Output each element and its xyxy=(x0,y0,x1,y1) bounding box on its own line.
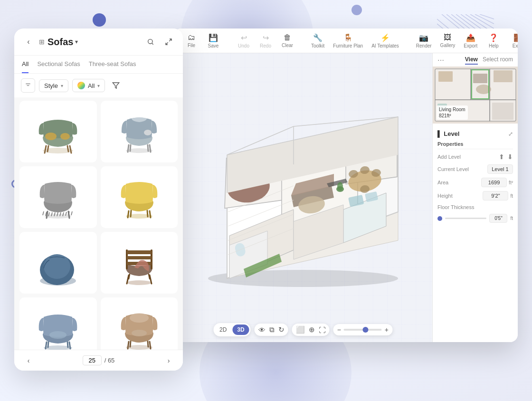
style-filter-dropdown[interactable]: Style ▾ xyxy=(39,79,68,92)
svg-point-42 xyxy=(126,214,152,219)
panel-title-area: ⊞ Sofas ▾ xyxy=(39,37,144,48)
svg-point-72 xyxy=(130,313,149,323)
clear-button[interactable]: 🗑 Clear xyxy=(277,31,298,50)
ai-templates-label: AI Templates xyxy=(371,43,399,48)
copy-icon[interactable]: ⧉ xyxy=(269,325,275,334)
rotate-icon[interactable]: ↻ xyxy=(278,325,285,334)
zoom-out-button[interactable]: − xyxy=(337,326,341,334)
floor-plan xyxy=(189,107,417,288)
add-level-below-icon[interactable]: ⬇ xyxy=(507,153,513,161)
exit-button[interactable]: 🚪 Exit xyxy=(506,31,518,50)
sort-button[interactable] xyxy=(21,78,35,93)
product-card-2[interactable] xyxy=(101,101,178,162)
redo-icon: ↪ xyxy=(263,33,269,42)
expand-button[interactable] xyxy=(162,35,175,48)
file-icon: 🗂 xyxy=(188,33,195,42)
level-section-header: ▌ Level ⤢ xyxy=(437,128,513,141)
slider-dot xyxy=(437,216,442,221)
svg-line-69 xyxy=(130,341,131,347)
tab-all[interactable]: All xyxy=(22,56,28,73)
canvas-area[interactable]: 2D 3D 👁 ⧉ ↻ ⬜ ⊕ ⛶ − xyxy=(173,53,432,342)
product-card-8[interactable] xyxy=(101,297,178,354)
view-3d-button[interactable]: 3D xyxy=(232,325,249,335)
svg-point-20 xyxy=(45,133,57,140)
color-dropdown-arrow: ▾ xyxy=(97,83,100,88)
svg-line-8 xyxy=(480,14,494,19)
svg-rect-57 xyxy=(127,250,152,254)
search-button[interactable] xyxy=(144,35,157,48)
zoom-track[interactable] xyxy=(344,329,382,331)
color-filter-dropdown[interactable]: All ▾ xyxy=(72,79,105,92)
view-2d-button[interactable]: 2D xyxy=(215,325,231,335)
toolbar-right: ❓ Help 🚪 Exit xyxy=(483,31,518,50)
product-card-3[interactable] xyxy=(19,166,97,228)
floor-thickness-row: Floor Thickness xyxy=(437,204,513,210)
undo-icon: ↩ xyxy=(241,33,247,42)
save-label: Save xyxy=(208,43,219,48)
furniture-plan-button[interactable]: 🪑 Furniture Plan xyxy=(329,31,367,50)
svg-point-81 xyxy=(337,182,343,191)
level-expand-button[interactable]: ⤢ xyxy=(508,131,513,137)
select-rect-icon[interactable]: ⬜ xyxy=(296,325,305,334)
undo-button[interactable]: ↩ Undo xyxy=(233,31,254,50)
redo-button[interactable]: ↪ Redo xyxy=(255,31,276,50)
page-number-input[interactable] xyxy=(83,355,102,365)
toolkit-button[interactable]: 🔧 Toolkit xyxy=(307,31,328,50)
product-card-4[interactable] xyxy=(101,166,178,228)
tab-sectional[interactable]: Sectional Sofas xyxy=(37,56,80,73)
tab-three-seat[interactable]: Three-seat Sofas xyxy=(89,56,136,73)
minimap-more-button[interactable]: ⋯ xyxy=(437,57,444,64)
prev-page-button[interactable]: ‹ xyxy=(22,354,35,367)
toolkit-label: Toolkit xyxy=(311,43,324,48)
select-tools: ⬜ ⊕ ⛶ xyxy=(292,324,330,336)
product-image-1 xyxy=(29,108,86,155)
canvas-tools: 👁 ⧉ ↻ xyxy=(255,324,288,336)
filter-options-button[interactable] xyxy=(109,78,123,93)
minimap-tab-select-room[interactable]: Select room xyxy=(483,56,513,65)
product-card-7[interactable] xyxy=(19,297,97,354)
svg-rect-108 xyxy=(492,103,513,120)
back-button[interactable]: ‹ xyxy=(22,35,35,48)
filter-bar: Style ▾ All ▾ xyxy=(14,74,183,97)
minimap-tabs: View Select room xyxy=(465,56,513,65)
product-image-7 xyxy=(29,305,86,352)
render-label: Render xyxy=(416,43,432,48)
floor-thickness-slider[interactable] xyxy=(445,218,486,219)
zoom-thumb[interactable] xyxy=(363,327,369,333)
save-button[interactable]: 💾 Save xyxy=(203,31,224,50)
tab-bar: All Sectional Sofas Three-seat Sofas xyxy=(14,56,183,74)
render-button[interactable]: 📷 Render xyxy=(412,31,436,50)
gallery-icon: 🖼 xyxy=(444,33,451,42)
help-icon: ❓ xyxy=(489,33,498,42)
height-row: Height 9'2" ft xyxy=(437,191,513,200)
fullscreen-icon[interactable]: ⛶ xyxy=(319,326,326,334)
product-card-6[interactable] xyxy=(101,232,178,294)
file-button[interactable]: 🗂 File xyxy=(181,31,202,50)
svg-line-25 xyxy=(130,145,131,151)
export-label: Export xyxy=(464,43,477,48)
product-card-5[interactable] xyxy=(19,232,97,294)
next-page-button[interactable]: › xyxy=(162,354,175,367)
svg-line-62 xyxy=(69,342,70,349)
select-cross-icon[interactable]: ⊕ xyxy=(309,325,315,334)
minimap-image: Living Room 821ft² xyxy=(433,67,518,124)
ai-templates-icon: ⚡ xyxy=(380,33,390,42)
zoom-in-button[interactable]: + xyxy=(385,326,389,334)
export-button[interactable]: 📤 Export xyxy=(460,31,481,50)
title-dropdown-arrow[interactable]: ▾ xyxy=(75,38,78,45)
product-card-1[interactable] xyxy=(19,101,97,162)
minimap-tab-view[interactable]: View xyxy=(465,56,478,65)
height-unit: ft xyxy=(510,193,513,199)
properties-panel: ▌ Level ⤢ Properties Add Level ⬆ ⬇ xyxy=(433,124,518,342)
svg-rect-106 xyxy=(494,70,513,82)
svg-line-7 xyxy=(475,14,494,24)
gallery-button[interactable]: 🖼 Gallery xyxy=(437,31,459,50)
help-button[interactable]: ❓ Help xyxy=(483,31,504,50)
ai-templates-button[interactable]: ⚡ AI Templates xyxy=(368,31,403,50)
height-value[interactable]: 9'2" xyxy=(483,191,508,200)
svg-rect-104 xyxy=(473,74,487,83)
eye-icon[interactable]: 👁 xyxy=(258,326,266,334)
current-level-value[interactable]: Level 1 xyxy=(487,164,513,174)
add-level-above-icon[interactable]: ⬆ xyxy=(499,153,504,161)
style-filter-label: Style xyxy=(44,82,58,89)
